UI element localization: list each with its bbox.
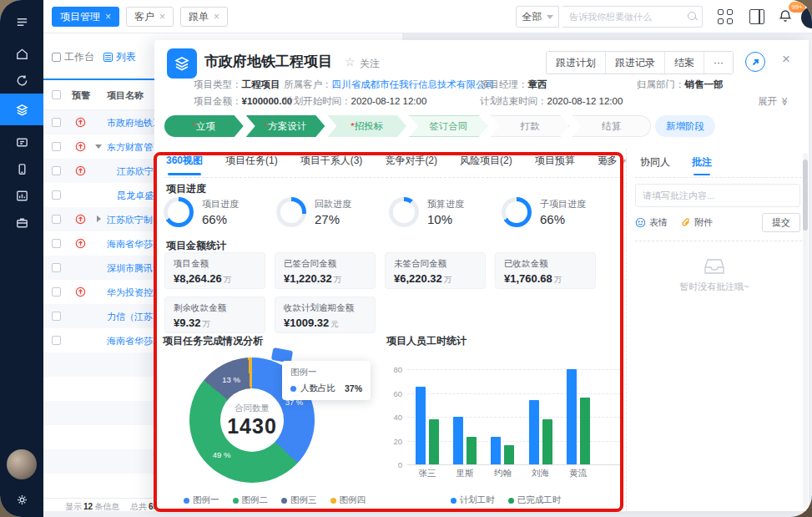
search-scope-select[interactable]: 全部 [516, 6, 559, 28]
briefcase-icon[interactable] [0, 209, 43, 236]
bar-legend: 计划工时已完成工时 [386, 494, 625, 506]
close-tab-icon[interactable]: × [214, 11, 219, 23]
warning-icon [75, 165, 86, 176]
meta-value[interactable]: 四川省成都市任我行信息技术有限公司 [332, 79, 496, 89]
progress-text: 预算进度10% [427, 198, 464, 226]
close-tab-icon[interactable]: × [159, 11, 165, 23]
progress-ring [276, 197, 306, 227]
bar-planned [453, 417, 463, 464]
mobile-icon[interactable] [0, 155, 43, 182]
action-button[interactable]: 结案 [664, 52, 704, 73]
amount-unit: 万 [224, 275, 232, 284]
module-tab-label: 跟单 [189, 10, 209, 24]
add-stage-button[interactable]: 新增阶段 [655, 115, 715, 137]
stage-step[interactable]: *方案设计 [246, 115, 325, 137]
column-project-name: 项目名称 [107, 89, 144, 102]
search-icon[interactable] [688, 12, 698, 22]
payment-card-icon[interactable] [0, 129, 43, 155]
workbench-icon [52, 53, 61, 62]
stage-step[interactable]: 签订合同 [409, 115, 488, 137]
close-tab-icon[interactable]: × [105, 11, 111, 23]
emoji-button[interactable]: 表情 [635, 216, 668, 229]
tree-caret-icon[interactable] [95, 144, 102, 149]
module-tab[interactable]: 客户× [126, 7, 174, 27]
comment-input[interactable]: 请填写批注内容... [635, 184, 800, 207]
y-axis-label: 40 [389, 413, 402, 422]
stage-step[interactable]: 打款 [491, 115, 570, 137]
tree-caret-icon[interactable] [97, 215, 101, 222]
row-checkbox[interactable] [52, 263, 61, 272]
progress-value: 66% [202, 212, 239, 226]
row-checkbox[interactable] [52, 287, 61, 297]
detail-tab-label: 360视图 [166, 155, 203, 166]
row-checkbox[interactable] [52, 142, 61, 151]
legend-item[interactable]: 图例一 [184, 494, 219, 506]
row-checkbox[interactable] [52, 190, 61, 200]
tabs-gear-icon[interactable] [599, 155, 611, 170]
action-button[interactable]: 跟进计划 [547, 52, 605, 73]
detail-tab[interactable]: 项目预算 [535, 154, 575, 175]
row-checkbox[interactable] [52, 118, 61, 127]
action-button[interactable]: ··· [704, 52, 733, 73]
module-tab[interactable]: 项目管理× [52, 7, 119, 27]
search-input[interactable] [569, 12, 688, 22]
action-button[interactable]: 跟进记录 [605, 52, 664, 73]
view-button-workbench[interactable]: 工作台 [52, 47, 94, 67]
legend-item[interactable]: 图例三 [281, 494, 317, 506]
stage-step[interactable]: *招投标 [327, 115, 406, 137]
global-search [562, 6, 703, 28]
module-tab[interactable]: 跟单× [180, 7, 228, 27]
scrollbar-thumb[interactable] [803, 160, 808, 231]
user-avatar[interactable] [7, 449, 37, 479]
legend-item[interactable]: 图例四 [330, 494, 366, 506]
apps-grid-icon[interactable] [718, 9, 733, 24]
attachment-button[interactable]: 附件 [681, 216, 713, 229]
menu-icon[interactable] [0, 8, 43, 35]
home-icon[interactable] [0, 40, 43, 67]
collab-tab[interactable]: 协同人 [640, 155, 670, 175]
meta-value: 工程项目 [242, 79, 280, 89]
close-icon[interactable]: × [782, 52, 790, 66]
view-button-list[interactable]: 列表 [103, 47, 136, 67]
row-checkbox[interactable] [52, 336, 61, 345]
legend-item[interactable]: 已完成工时 [508, 494, 562, 506]
bar-planned [416, 387, 426, 464]
amount-section-title: 项目金额统计 [166, 239, 226, 253]
header-action-group: 跟进计划跟进记录结案··· [546, 51, 734, 74]
meta-field: 计划开始时间：2020-08-12 12:00 [284, 95, 480, 108]
detail-tab-label: 项目任务(1) [225, 155, 278, 166]
donut-legend: 图例一图例二图例三图例四 [163, 494, 386, 506]
detail-tab[interactable]: 风险项目(2) [460, 154, 512, 175]
amount-value: ¥9.32万 [174, 317, 256, 330]
row-checkbox[interactable] [52, 215, 61, 224]
detail-tab[interactable]: 项目任务(1) [225, 154, 278, 175]
progress-text: 子项目进度66% [540, 198, 586, 226]
row-checkbox[interactable] [52, 166, 61, 175]
expand-toggle[interactable]: 展开 ≫ [758, 95, 789, 108]
detail-tab[interactable]: 项目干系人(3) [300, 154, 363, 175]
settings-gear-icon[interactable] [0, 486, 43, 513]
select-all-checkbox[interactable] [52, 90, 61, 99]
follow-label[interactable]: 关注 [360, 57, 380, 71]
share-arrow-icon[interactable] [745, 52, 765, 72]
report-chart-icon[interactable] [0, 182, 43, 209]
stage-step[interactable]: *立项 [164, 115, 244, 137]
progress-label: 回款进度 [315, 198, 351, 210]
donut-segment-label: 49 % [213, 450, 231, 459]
collab-tab[interactable]: 批注 [692, 155, 712, 175]
layout-columns-icon[interactable] [749, 9, 764, 24]
progress-label: 项目进度 [202, 198, 239, 210]
refresh-icon[interactable] [0, 67, 43, 94]
star-icon[interactable]: ☆ [345, 55, 356, 68]
projects-icon[interactable] [0, 94, 43, 125]
row-checkbox[interactable] [52, 312, 61, 321]
amount-card: 已收款金额¥1,760.68万 [495, 252, 596, 289]
row-checkbox[interactable] [52, 239, 61, 248]
detail-tab[interactable]: 竞争对手(2) [385, 154, 437, 175]
legend-item[interactable]: 图例二 [233, 494, 269, 506]
stage-step[interactable]: 结算 [572, 115, 651, 137]
submit-button[interactable]: 提交 [762, 213, 800, 232]
detail-tab[interactable]: 360视图 [166, 154, 203, 175]
stage-label: 立项 [196, 120, 215, 133]
legend-item[interactable]: 计划工时 [451, 494, 495, 506]
